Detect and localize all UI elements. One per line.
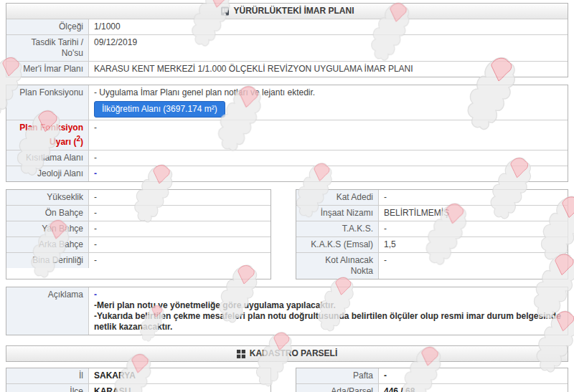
- table-row: Plan Fonksiyonu - Uygulama İmar Planı ge…: [6, 85, 568, 120]
- kadastro-table-title: KADASTRO PARSELİ: [250, 348, 337, 359]
- yukseklik-label: Yükseklik: [6, 190, 89, 205]
- plan-function-table: Plan Fonksiyonu - Uygulama İmar Planı ge…: [6, 85, 568, 182]
- table-row: Mer'i İmar Planı KARASU KENT MERKEZİ 1/1…: [6, 61, 568, 77]
- taks-value: -: [379, 221, 568, 236]
- kot-alinacak-nokta-value: -: [379, 253, 568, 279]
- table-row: İlçe KARASU: [6, 383, 270, 392]
- yan-bahce-value: -: [89, 221, 270, 236]
- jeoloji-alani-label: Jeoloji Alanı: [6, 166, 89, 181]
- zoning-table: Kat Adedi - İnşaat Nizamı BELİRTİLMEMİŞ …: [296, 189, 568, 279]
- kisitlama-alani-label: Kısıtlama Alanı: [6, 150, 89, 166]
- table-row: Pafta -: [296, 368, 568, 383]
- yan-bahce-label: Yan Bahçe: [6, 221, 89, 236]
- parcel-table: Pafta - Ada/Parsel 446 / 68 Parsel Alanı…: [296, 368, 568, 392]
- meri-imar-plani-value: KARASU KENT MERKEZİ 1/1.000 ÖLÇEKLİ REVİ…: [89, 62, 568, 77]
- table-row: Ön Bahçe -: [6, 205, 270, 221]
- ada-parsel-label: Ada/Parsel: [296, 384, 379, 392]
- kaks-emsal-label: K.A.K.S (Emsal): [296, 237, 379, 252]
- olcegi-label: Ölçeği: [6, 19, 89, 34]
- kat-adedi-value: -: [379, 190, 568, 205]
- il-label: İl: [6, 368, 89, 383]
- table-row: Yan Bahçe -: [6, 221, 270, 236]
- kat-adedi-label: Kat Adedi: [296, 190, 379, 205]
- building-params-columns: Yükseklik - Ön Bahçe - Yan Bahçe - Arka …: [6, 189, 568, 287]
- building-icon: [220, 6, 230, 16]
- il-value: SAKARYA: [89, 368, 270, 383]
- plan-fonksiyon-uyari-label: Plan Fonksiyon Uyarı (2): [6, 120, 89, 150]
- plan-table-title: YÜRÜRLÜKTEKİ İMAR PLANI: [234, 6, 354, 16]
- plan-fonksiyon-uyari-value: -: [89, 120, 568, 150]
- description-table: Açıklama - -Meri plan notu ve yönetmeliğ…: [6, 287, 568, 335]
- plan-fonksiyonu-label: Plan Fonksiyonu: [6, 85, 89, 120]
- aciklama-label: Açıklama: [6, 287, 89, 335]
- meri-imar-plani-label: Mer'i İmar Planı: [6, 62, 89, 77]
- table-row: T.A.K.S. -: [296, 221, 568, 236]
- table-row: Jeoloji Alanı -: [6, 166, 568, 181]
- kot-alinacak-nokta-label: Kot Alınacak Nokta: [296, 253, 379, 279]
- taks-label: T.A.K.S.: [296, 221, 379, 236]
- plan-info-table: YÜRÜRLÜKTEKİ İMAR PLANI Ölçeği 1/1000 Ta…: [6, 3, 568, 77]
- table-row: Tasdik Tarihi / No'su 09/12/2019: [6, 34, 568, 61]
- insaat-nizami-label: İnşaat Nizamı: [296, 206, 379, 221]
- table-row: Kot Alınacak Nokta -: [296, 252, 568, 279]
- plan-function-button[interactable]: İlköğretim Alanı (3697.174 m²): [94, 101, 225, 118]
- yukseklik-value: -: [89, 190, 270, 205]
- on-bahce-value: -: [89, 206, 270, 221]
- table-row: Kat Adedi -: [296, 190, 568, 205]
- tasdik-tarihi-label: Tasdik Tarihi / No'su: [6, 35, 89, 61]
- arka-bahce-value: -: [89, 237, 270, 252]
- kaks-emsal-value: 1,5: [379, 237, 568, 252]
- arka-bahce-label: Arka Bahçe: [6, 237, 89, 252]
- table-row: Plan Fonksiyon Uyarı (2) -: [6, 120, 568, 150]
- kadastro-header-table: KADASTRO PARSELİ: [6, 345, 568, 362]
- pafta-label: Pafta: [296, 368, 379, 383]
- insaat-nizami-value: BELİRTİLMEMİŞ: [379, 206, 568, 221]
- plan-fonksiyonu-note: - Uygulama İmar Planı genel plan notları…: [94, 87, 563, 98]
- on-bahce-label: Ön Bahçe: [6, 206, 89, 221]
- aciklama-dash: -: [94, 290, 563, 300]
- table-row: Yükseklik -: [6, 190, 270, 205]
- pafta-value: -: [379, 368, 568, 383]
- tasdik-tarihi-value: 09/12/2019: [89, 35, 568, 61]
- table-row: Ölçeği 1/1000: [6, 19, 568, 34]
- plan-table-header: YÜRÜRLÜKTEKİ İMAR PLANI: [6, 4, 568, 19]
- ilce-value: KARASU: [89, 384, 270, 392]
- jeoloji-alani-value: -: [89, 166, 568, 181]
- table-row: Arka Bahçe -: [6, 236, 270, 252]
- label-text: ): [80, 137, 83, 147]
- kisitlama-alani-value: -: [89, 150, 568, 166]
- page-content: YÜRÜRLÜKTEKİ İMAR PLANI Ölçeği 1/1000 Ta…: [0, 0, 574, 392]
- olcegi-value: 1/1000: [89, 19, 568, 34]
- table-row: Kısıtlama Alanı -: [6, 150, 568, 166]
- setback-table: Yükseklik - Ön Bahçe - Yan Bahçe - Arka …: [6, 189, 271, 279]
- table-row: K.A.K.S (Emsal) 1,5: [296, 236, 568, 252]
- kadastro-table-header: KADASTRO PARSELİ: [6, 346, 568, 361]
- table-row: İnşaat Nizamı BELİRTİLMEMİŞ: [296, 205, 568, 221]
- table-row: Ada/Parsel 446 / 68: [296, 383, 568, 392]
- table-row: Bina Derinliği -: [6, 252, 270, 268]
- table-row: İl SAKARYA: [6, 368, 270, 383]
- ilce-label: İlçe: [6, 384, 89, 392]
- aciklama-line: -Yukarıda belirtilen çekme mesafeleri pl…: [94, 311, 563, 333]
- label-text: Plan Fonksiyon Uyarı (: [19, 123, 83, 147]
- plan-fonksiyonu-value: - Uygulama İmar Planı genel plan notları…: [89, 85, 568, 120]
- table-row: Açıklama - -Meri plan notu ve yönetmeliğ…: [6, 287, 568, 335]
- ada-parsel-value: 446 / 68: [379, 384, 568, 392]
- aciklama-value: - -Meri plan notu ve yönetmeliğe göre uy…: [89, 287, 568, 335]
- bina-derinligi-value: -: [89, 253, 270, 268]
- location-table: İl SAKARYA İlçe KARASU Tapu Kütüğü AŞAĞİ…: [6, 368, 271, 392]
- parcel-columns: İl SAKARYA İlçe KARASU Tapu Kütüğü AŞAĞİ…: [6, 368, 568, 392]
- aciklama-line: -Meri plan notu ve yönetmeliğe göre uygu…: [94, 300, 563, 311]
- grid-icon: [237, 350, 245, 358]
- bina-derinligi-label: Bina Derinliği: [6, 253, 89, 268]
